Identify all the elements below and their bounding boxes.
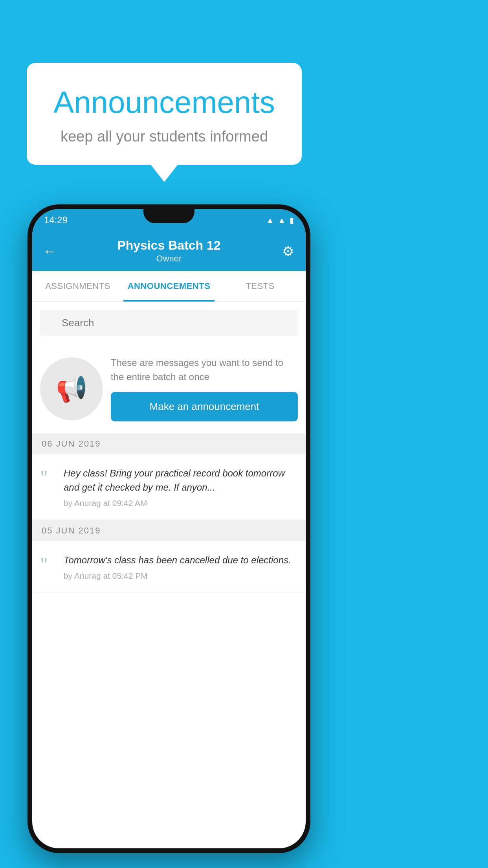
- announcement-item-2: " Tomorrow's class has been cancelled du…: [32, 541, 306, 593]
- announcement-right: These are messages you want to send to t…: [111, 356, 298, 421]
- signal-icon: ▲: [278, 216, 286, 225]
- quote-icon-2: ": [40, 555, 56, 574]
- back-button[interactable]: ←: [40, 243, 60, 259]
- tab-assignments[interactable]: ASSIGNMENTS: [32, 271, 123, 302]
- announcement-text-2: Tomorrow's class has been cancelled due …: [64, 553, 298, 567]
- announcement-meta-1: by Anurag at 09:42 AM: [64, 498, 298, 508]
- quote-icon-1: ": [40, 468, 56, 487]
- status-bar: 14:29 ▲ ▲ ▮: [32, 209, 306, 231]
- bubble-subtitle: keep all your students informed: [50, 128, 278, 145]
- wifi-icon: ▲: [266, 216, 274, 225]
- phone-screen: 14:29 ▲ ▲ ▮ ← Physics Batch 12 Owner ⚙ A…: [32, 209, 306, 848]
- bubble-title: Announcements: [50, 85, 278, 120]
- announcement-text-1: Hey class! Bring your practical record b…: [64, 466, 298, 495]
- search-input[interactable]: [40, 310, 298, 336]
- date-divider-2: 05 JUN 2019: [32, 520, 306, 541]
- announcement-description: These are messages you want to send to t…: [111, 356, 298, 384]
- notch: [143, 209, 194, 223]
- status-time: 14:29: [44, 215, 68, 226]
- battery-icon: ▮: [290, 215, 294, 225]
- search-wrapper: 🔍: [40, 310, 298, 336]
- megaphone-icon: 📢: [56, 374, 88, 404]
- tab-announcements[interactable]: ANNOUNCEMENTS: [123, 271, 215, 302]
- announcement-content-2: Tomorrow's class has been cancelled due …: [64, 553, 298, 581]
- make-announcement-button[interactable]: Make an announcement: [111, 392, 298, 421]
- app-header: ← Physics Batch 12 Owner ⚙: [32, 231, 306, 271]
- header-subtitle: Owner: [60, 254, 278, 264]
- announcement-icon-circle: 📢: [40, 357, 103, 420]
- date-divider-1: 06 JUN 2019: [32, 433, 306, 454]
- phone-frame: 14:29 ▲ ▲ ▮ ← Physics Batch 12 Owner ⚙ A…: [28, 204, 310, 853]
- status-icons: ▲ ▲ ▮: [266, 215, 294, 225]
- header-title: Physics Batch 12: [60, 238, 278, 253]
- announcement-content-1: Hey class! Bring your practical record b…: [64, 466, 298, 508]
- tab-bar: ASSIGNMENTS ANNOUNCEMENTS TESTS: [32, 271, 306, 302]
- speech-bubble: Announcements keep all your students inf…: [27, 63, 302, 165]
- gear-icon[interactable]: ⚙: [278, 243, 298, 259]
- announcement-prompt: 📢 These are messages you want to send to…: [32, 344, 306, 433]
- announcement-meta-2: by Anurag at 05:42 PM: [64, 571, 298, 581]
- header-center: Physics Batch 12 Owner: [60, 238, 278, 264]
- tab-tests[interactable]: TESTS: [215, 271, 306, 302]
- announcement-item-1: " Hey class! Bring your practical record…: [32, 454, 306, 520]
- search-bar: 🔍: [32, 302, 306, 344]
